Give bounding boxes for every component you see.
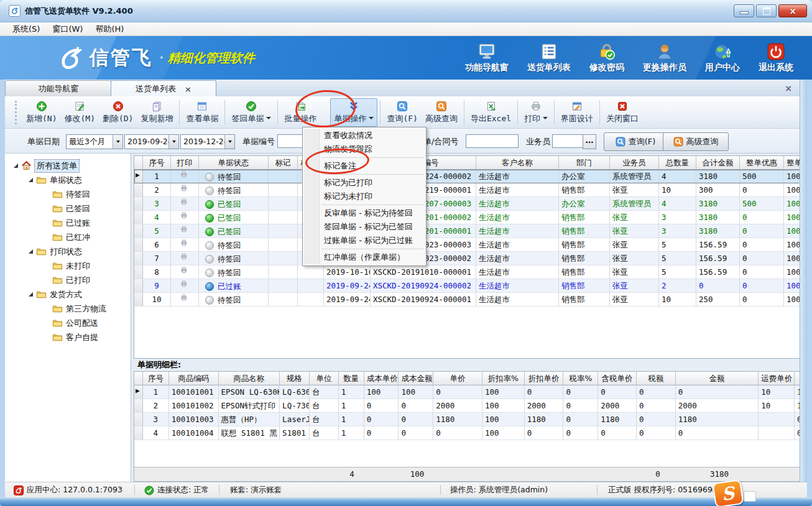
toolbar-签回单据-button[interactable]: 签回单据 [228,98,275,127]
grid-row-6[interactable]: 6待签回2019-10-23XSCKD-20191023-000003生活超市销… [134,238,800,252]
menubar-item-0[interactable]: 系统(S) [6,22,46,36]
menu-item-查看收款情况[interactable]: 查看收款情况 [303,129,426,142]
tab-delivery-list[interactable]: 送货单列表 × [111,80,216,97]
tree-item-已打印[interactable]: 已打印 [5,273,131,287]
grid-row-7[interactable]: 7待签回2019-10-23XSCKD-20191023-000002生活超市销… [134,252,800,265]
banner-action-0[interactable]: 功能导航窗 [465,42,509,73]
grid-col-header-8[interactable]: 客户名称 [476,156,559,170]
tree-item-已过账[interactable]: 已过账 [5,216,131,230]
grid-col-header-2[interactable]: 打印 [171,156,199,170]
toolbar-关闭窗口-button[interactable]: 关闭窗口 [602,98,642,127]
menubar-item-1[interactable]: 窗口(W) [46,22,89,36]
toolbar-新增N-button[interactable]: 新增(N) [22,98,60,127]
menu-item-反审单据 - 标记为待签回[interactable]: 反审单据 - 标记为待签回 [303,206,426,220]
menu-item-物流发货跟踪[interactable]: 物流发货跟踪 [303,142,426,156]
toolbar-打印-button[interactable]: 打印 [520,98,551,127]
detail-row-2[interactable]: 2100101002EPSON针式打印LQ-730台10020001002000… [134,399,800,413]
tree-item-已红冲[interactable]: 已红冲 [5,230,131,244]
restore-button[interactable] [756,4,777,17]
grid-row-1[interactable]: ▶1待签回2019-12-24XSCKD-20191224-000002生活超市… [134,170,800,183]
banner-action-3[interactable]: 更换操作员 [643,42,686,73]
menu-item-红冲单据（作废单据）[interactable]: 红冲单据（作废单据） [303,251,426,264]
detail-col-header-3[interactable]: 商品名称 [219,372,280,385]
chevron-down-icon[interactable] [113,135,122,149]
date-from-select[interactable]: 2019-09-24 [124,134,179,149]
menu-item-过账单据 - 标记为已过账[interactable]: 过账单据 - 标记为已过账 [303,234,426,247]
date-to-select[interactable]: 2019-12-24 [180,134,235,149]
tabstrip-close-icon[interactable]: × [785,83,792,93]
date-range-select[interactable]: 最近3个月 [66,134,123,149]
banner-action-5[interactable]: 退出系统 [759,42,793,73]
detail-col-header-0[interactable] [134,372,143,385]
grid-row-9[interactable]: 9已过账2019-09-24XSCKD-20190924-000002生活超市销… [134,279,800,293]
grid-col-header-11[interactable]: 总数量 [659,156,696,170]
grid-col-header-10[interactable]: 业务员 [610,156,659,170]
grid-row-3[interactable]: 3已签回2019-12-07XSCKD-20191207-000003生活超市办… [134,197,800,211]
detail-col-header-13[interactable]: 含税单价 [598,372,637,385]
toolbar-复制新增-button[interactable]: 复制新增 [137,98,177,127]
tree-expander-icon[interactable] [14,163,18,168]
tree-item-打印状态[interactable]: 打印状态 [5,244,131,259]
advanced-search-button[interactable]: 高级查询 [663,132,729,151]
menu-item-标记为未打印[interactable]: 标记为未打印 [303,190,426,203]
chevron-down-icon[interactable] [224,135,234,149]
toolbar-界面设计-button[interactable]: 界面设计 [557,98,597,127]
detail-col-header-4[interactable]: 规格 [280,372,310,385]
menu-item-标记为已打印[interactable]: 标记为已打印 [303,176,426,190]
grid-col-header-9[interactable]: 部门 [559,156,610,170]
detail-col-header-11[interactable]: 折扣单价 [525,372,564,385]
detail-col-header-9[interactable]: 单价 [433,372,482,385]
grid-row-8[interactable]: 8待签回2019-10-10XSCKD-20191010-000001生活超市销… [134,265,800,279]
grid-col-header-4[interactable]: 标记 [269,156,298,170]
tab-close-icon[interactable]: × [185,85,191,94]
tree-item-已签回[interactable]: 已签回 [5,201,131,216]
grid-col-header-1[interactable]: 序号 [143,156,171,170]
banner-action-2[interactable]: 修改密码 [589,42,624,73]
grid-col-header-0[interactable] [134,156,143,170]
search-button[interactable]: 查询(F) [604,132,667,151]
grid-row-4[interactable]: 4已签回2019-12-01XSCKD-20191201-000002生活超市销… [134,211,800,224]
grid-col-header-14[interactable]: 整单 [784,156,800,170]
detail-col-header-5[interactable]: 单位 [310,372,339,385]
detail-col-header-1[interactable]: 序号 [143,372,169,385]
grid-row-10[interactable]: 10待签回2019-09-24XSCKD-20190924-000001生活超市… [134,293,800,306]
tree-expander-icon[interactable] [29,292,33,297]
menu-item-标记备注[interactable]: 标记备注 [303,159,426,173]
salesman-picker-button[interactable]: … [583,134,596,149]
chevron-down-icon[interactable] [266,117,271,119]
grid-col-header-3[interactable]: 单据状态 [199,156,269,170]
chevron-down-icon[interactable] [369,117,374,119]
tree-item-发货方式[interactable]: 发货方式 [5,287,131,301]
grid-row-5[interactable]: 5已签回2019-12-01XSCKD-20191201-000001生活超市销… [134,224,800,238]
toolbar-删除D-button[interactable]: 删除(D) [99,98,137,127]
tree-item-未打印[interactable]: 未打印 [5,259,131,273]
tab-function-navigator[interactable]: 功能导航窗 [5,80,112,97]
tree-item-公司配送[interactable]: 公司配送 [5,316,131,330]
input-method-icon[interactable]: S [712,479,744,506]
detail-row-1[interactable]: ▶1100101001EPSON LQ-630KLQ-630台110010001… [134,385,800,399]
close-button[interactable]: × [778,4,807,17]
tree-item-第三方物流[interactable]: 第三方物流 [5,301,131,316]
grid-col-header-12[interactable]: 合计金额 [696,156,740,170]
tree-item-待签回[interactable]: 待签回 [5,187,131,201]
menubar-item-2[interactable]: 帮助(H) [89,22,130,36]
detail-col-header-6[interactable]: 数量 [339,372,364,385]
salesman-input[interactable] [552,134,583,148]
chevron-down-icon[interactable] [168,135,178,149]
toolbar-查看单据-button[interactable]: 查看单据 [182,98,222,127]
grid-col-header-13[interactable]: 整单优惠 [740,156,784,170]
banner-action-4[interactable]: 用户中心 [705,42,740,73]
minimize-button[interactable] [734,4,754,17]
detail-col-header-7[interactable]: 成本单价 [364,372,399,385]
toolbar-批量操作-button[interactable]: 批量操作 [280,98,320,127]
order-input[interactable] [466,134,519,148]
detail-row-3[interactable]: 3100101003惠普（HP）LaserJ台10011801001180011… [134,413,800,426]
menu-item-签回单据 - 标记为已签回[interactable]: 签回单据 - 标记为已签回 [303,220,426,234]
tree-item-单据状态[interactable]: 单据状态 [5,173,131,187]
detail-col-header-15[interactable]: 金额 [676,372,759,385]
toolbar-修改M-button[interactable]: 修改(M) [60,98,98,127]
vertical-scrollbar[interactable] [800,80,807,482]
banner-action-1[interactable]: 送货单列表 [527,42,571,73]
tree-item-客户自提[interactable]: 客户自提 [5,330,131,344]
detail-col-header-14[interactable]: 税额 [637,372,676,385]
